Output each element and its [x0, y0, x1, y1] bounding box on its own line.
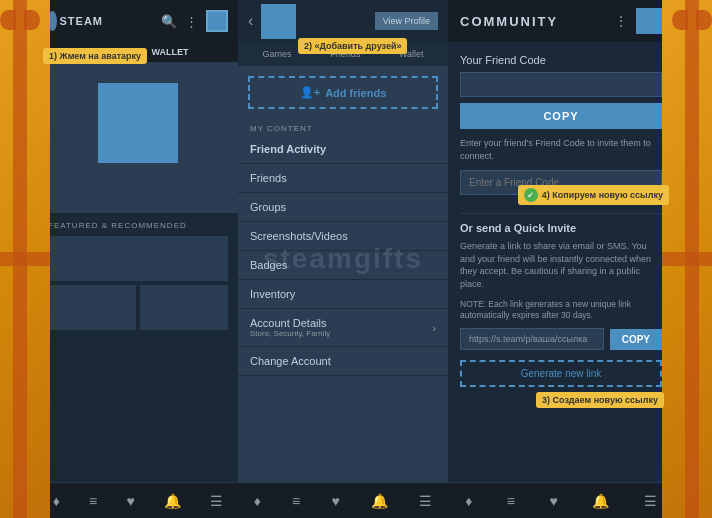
list-item-inventory[interactable]: Inventory [238, 280, 448, 309]
friend-code-copy-button[interactable]: COPY [460, 103, 662, 129]
bottom-icon-bell[interactable]: 🔔 [164, 493, 181, 509]
list-item-groups[interactable]: Groups [238, 193, 448, 222]
featured-item-2[interactable] [48, 285, 136, 330]
steam-logo: STEAM [48, 11, 103, 31]
menu-list: Friend Activity Friends Groups Screensho… [238, 135, 448, 482]
add-friends-label: Add friends [325, 87, 386, 99]
mid-bottom-icon-4[interactable]: 🔔 [371, 493, 388, 509]
more-icon[interactable]: ⋮ [185, 14, 198, 29]
bottom-icon-store[interactable]: ♦ [53, 493, 60, 509]
steam-bottom-nav: ♦ ≡ ♥ 🔔 ☰ [38, 482, 238, 518]
nav-wallet[interactable]: WALLET [152, 47, 189, 57]
tab-games[interactable]: Games [258, 47, 295, 61]
steam-header-icons: 🔍 ⋮ [161, 10, 228, 32]
link-copy-button[interactable]: COPY [610, 329, 662, 350]
quick-invite-note: NOTE: Each link generates a new unique l… [460, 299, 662, 323]
annotation-4-label: ✓ 4) Копируем новую ссылку [518, 185, 669, 205]
add-friends-icon: 👤+ [300, 86, 320, 99]
right-bottom-icon-3[interactable]: ♥ [550, 493, 558, 509]
bottom-icon-heart[interactable]: ♥ [126, 493, 134, 509]
my-content-label: MY CONTENT [238, 119, 448, 135]
friend-code-helper: Enter your friend's Friend Code to invit… [460, 137, 662, 162]
friend-code-title: Your Friend Code [460, 54, 662, 66]
gift-decoration-left [0, 0, 50, 518]
community-content: Your Friend Code COPY Enter your friend'… [448, 42, 674, 482]
list-item-change-account[interactable]: Change Account [238, 347, 448, 376]
mid-bottom-icon-3[interactable]: ♥ [331, 493, 339, 509]
mid-bottom-icon-5[interactable]: ☰ [419, 493, 432, 509]
user-avatar-large[interactable] [98, 83, 178, 163]
list-item-friend-activity[interactable]: Friend Activity [238, 135, 448, 164]
list-item-badges[interactable]: Badges [238, 251, 448, 280]
back-arrow-icon[interactable]: ‹ [248, 12, 253, 30]
right-bottom-nav: ♦ ≡ ♥ 🔔 ☰ [448, 482, 674, 518]
list-item-account[interactable]: Account Details Store, Security, Famíly [238, 309, 448, 347]
gift-decoration-right [662, 0, 712, 518]
list-item-screenshots[interactable]: Screenshots/Videos [238, 222, 448, 251]
right-bottom-icon-1[interactable]: ♦ [465, 493, 472, 509]
annotation-4-text: 4) Копируем новую ссылку [542, 190, 663, 200]
community-more-icon[interactable]: ⋮ [614, 13, 628, 29]
community-avatar[interactable] [636, 8, 662, 34]
bottom-icon-library[interactable]: ≡ [89, 493, 97, 509]
featured-item-1[interactable] [48, 236, 228, 281]
quick-invite-title: Or send a Quick Invite [460, 222, 662, 234]
search-icon[interactable]: 🔍 [161, 14, 177, 29]
list-item-friends[interactable]: Friends [238, 164, 448, 193]
featured-item-3[interactable] [140, 285, 228, 330]
community-title: COMMUNITY [460, 14, 606, 29]
right-panel: COMMUNITY ⋮ Your Friend Code COPY Enter … [448, 0, 674, 518]
featured-label: FEATURED & RECOMMENDED [48, 221, 228, 230]
featured-grid [48, 236, 228, 330]
popup-header: ‹ View Profile [238, 0, 448, 42]
featured-section: FEATURED & RECOMMENDED [38, 213, 238, 482]
right-bottom-icon-5[interactable]: ☰ [644, 493, 657, 509]
right-bottom-icon-2[interactable]: ≡ [507, 493, 515, 509]
mid-bottom-icon-1[interactable]: ♦ [254, 493, 261, 509]
mid-bottom-icon-2[interactable]: ≡ [292, 493, 300, 509]
user-area [38, 63, 238, 213]
account-label: Account Details [250, 317, 330, 329]
user-avatar-small[interactable] [206, 10, 228, 32]
right-bottom-icon-4[interactable]: 🔔 [592, 493, 609, 509]
quick-invite-desc: Generate a link to share via email or SM… [460, 240, 662, 290]
steam-header: STEAM 🔍 ⋮ [38, 0, 238, 42]
annotation-2-label: 2) «Добавить друзей» [298, 38, 407, 54]
popup-avatar[interactable] [261, 4, 296, 39]
annotation-3-label: 3) Создаем новую ссылку [536, 392, 664, 408]
annotation-1-label: 1) Жмем на аватарку [43, 48, 147, 64]
community-header: COMMUNITY ⋮ [448, 0, 674, 42]
friend-code-input[interactable] [460, 72, 662, 97]
check-icon: ✓ [524, 188, 538, 202]
middle-bottom-nav: ♦ ≡ ♥ 🔔 ☰ [238, 482, 448, 518]
generate-link-button[interactable]: Generate new link [460, 360, 662, 387]
add-friends-button[interactable]: 👤+ Add friends [248, 76, 438, 109]
steam-panel: STEAM 🔍 ⋮ 1) Жмем на аватарку МЕНЮ▾ WISH… [38, 0, 238, 518]
account-sub: Store, Security, Famíly [250, 329, 330, 338]
divider [460, 213, 662, 214]
bottom-icon-menu[interactable]: ☰ [210, 493, 223, 509]
link-row: https://s.team/p/ваша/ссылка COPY [460, 328, 662, 350]
middle-panel: ‹ View Profile 2) «Добавить друзей» Game… [238, 0, 448, 518]
view-profile-button[interactable]: View Profile [375, 12, 438, 30]
link-url-display: https://s.team/p/ваша/ссылка [460, 328, 604, 350]
steam-logo-text: STEAM [60, 15, 104, 27]
